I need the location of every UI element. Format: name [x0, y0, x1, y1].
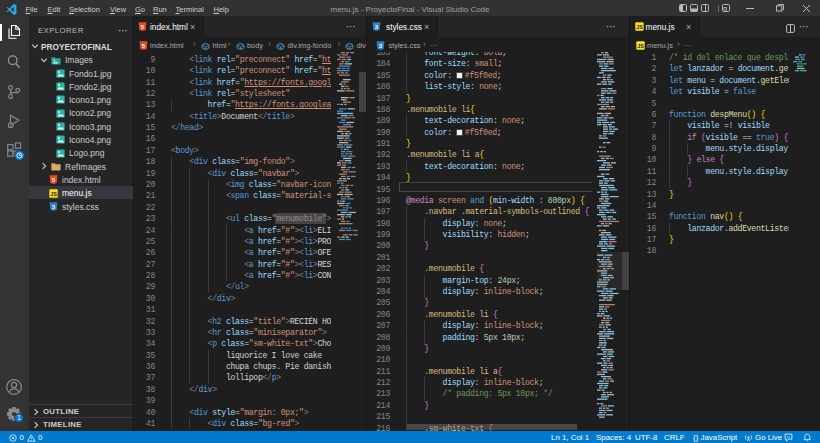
svg-text:JS: JS	[50, 191, 57, 197]
svg-text:JS: JS	[637, 43, 644, 49]
svg-text:JS: JS	[636, 24, 643, 30]
